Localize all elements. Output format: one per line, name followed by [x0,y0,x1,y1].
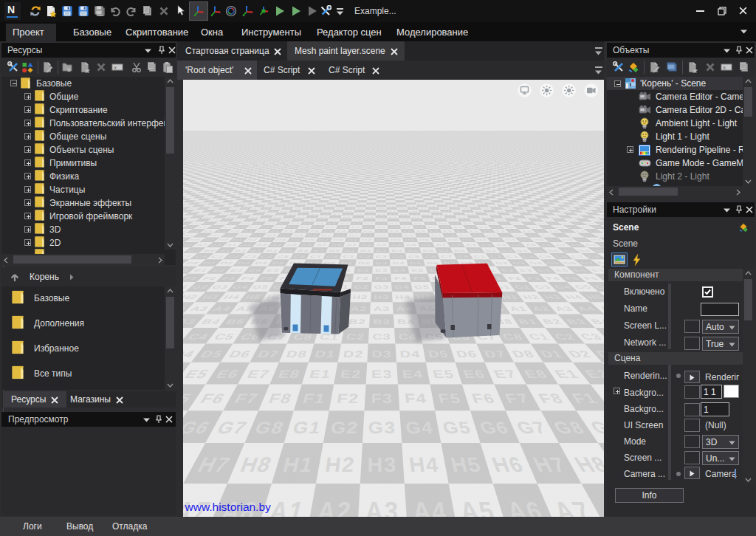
svg-text:x: x [114,65,117,71]
svg-text:www.historian.by: www.historian.by [185,501,272,513]
svg-text:x: x [723,65,726,71]
